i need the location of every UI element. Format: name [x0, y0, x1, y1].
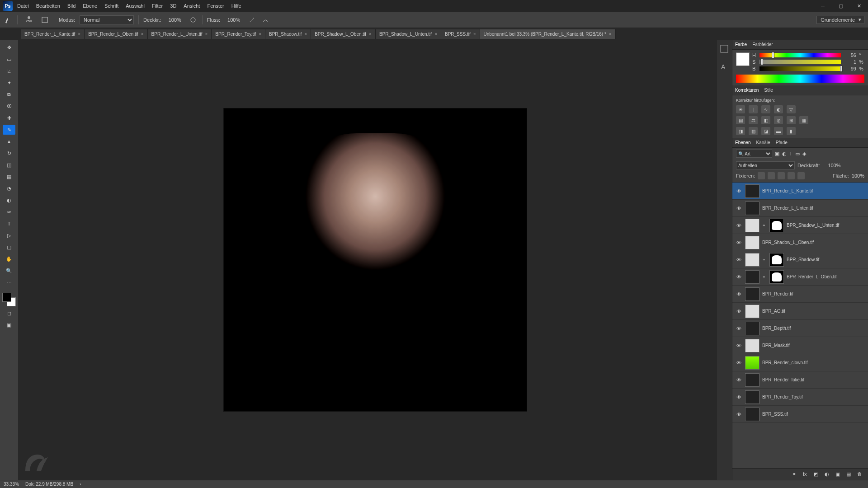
screenmode-toggle[interactable]: ▣ — [3, 320, 15, 330]
layer-row[interactable]: 👁BPR_Render_L_Unten.tif — [732, 200, 868, 217]
menu-file[interactable]: Datei — [17, 3, 29, 9]
tab-paths[interactable]: Pfade — [776, 140, 788, 145]
filter-adjust-icon[interactable]: ◐ — [782, 151, 787, 157]
healing-brush-tool[interactable]: ✚ — [3, 113, 15, 123]
hue-value[interactable]: 56 — [844, 52, 856, 58]
document-tab[interactable]: BPR_Render_L_Unten.tif× — [148, 29, 212, 39]
adj-hue-icon[interactable]: ▤ — [736, 116, 745, 124]
menu-image[interactable]: Bild — [67, 3, 75, 9]
adj-lookup-icon[interactable]: ▦ — [799, 116, 808, 124]
lock-pixels-icon[interactable] — [768, 172, 775, 179]
foreground-preview[interactable] — [736, 52, 750, 66]
document-tab[interactable]: BPR_Render_Toy.tif× — [212, 29, 265, 39]
spectrum-ramp[interactable] — [736, 75, 864, 83]
blend-mode-layer-select[interactable]: Aufhellen — [736, 161, 795, 169]
tab-close-icon[interactable]: × — [259, 32, 261, 37]
layer-thumbnail[interactable] — [745, 322, 760, 335]
menu-type[interactable]: Schrift — [104, 3, 118, 9]
document-tab[interactable]: BPR_Shadow.tif× — [265, 29, 311, 39]
layer-mask-thumbnail[interactable] — [769, 270, 784, 284]
sat-slider[interactable] — [760, 60, 841, 64]
color-swatch[interactable] — [2, 293, 16, 306]
lock-nesting-icon[interactable] — [788, 172, 795, 179]
link-layers-icon[interactable]: ⚭ — [792, 471, 798, 478]
adj-gradient-map-icon[interactable]: ▬ — [774, 127, 783, 135]
adj-balance-icon[interactable]: ⚖ — [749, 116, 758, 124]
tab-close-icon[interactable]: × — [369, 32, 372, 37]
layer-name[interactable]: BPR_Render_Toy.tif — [762, 394, 803, 399]
mask-link-icon[interactable]: ⚭ — [762, 275, 767, 279]
brush-tool[interactable]: ✎ — [3, 125, 15, 135]
visibility-toggle-icon[interactable]: 👁 — [735, 240, 742, 245]
layer-thumbnail[interactable] — [745, 373, 760, 387]
tab-close-icon[interactable]: × — [304, 32, 307, 37]
menu-help[interactable]: Hilfe — [231, 3, 241, 9]
document-tab[interactable]: Unbenannt1 bei 33.3% (BPR_Render_L_Kante… — [480, 29, 616, 39]
layer-row[interactable]: 👁BPR_Depth.tif — [732, 320, 868, 337]
magic-wand-tool[interactable]: ✦ — [3, 78, 15, 88]
path-select-tool[interactable]: ▷ — [3, 230, 15, 240]
eyedropper-tool[interactable]: ⦿ — [3, 101, 15, 111]
menu-filter[interactable]: Filter — [152, 3, 163, 9]
tab-layers[interactable]: Ebenen — [735, 140, 750, 145]
fx-icon[interactable]: fx — [803, 471, 809, 478]
layer-name[interactable]: BPR_Render_L_Kante.tif — [762, 188, 813, 193]
layer-row[interactable]: 👁BPR_Render_clown.tif — [732, 354, 868, 371]
layer-row[interactable]: 👁BPR_Mask.tif — [732, 337, 868, 354]
layer-name[interactable]: BPR_Render_L_Oben.tif — [787, 274, 837, 279]
visibility-toggle-icon[interactable]: 👁 — [735, 274, 742, 280]
layer-thumbnail[interactable] — [745, 219, 760, 232]
lock-all-icon[interactable] — [797, 172, 805, 179]
filter-smart-icon[interactable]: ◈ — [802, 151, 806, 157]
visibility-toggle-icon[interactable]: 👁 — [735, 291, 742, 297]
visibility-toggle-icon[interactable]: 👁 — [735, 206, 742, 211]
tab-close-icon[interactable]: × — [473, 32, 476, 37]
crop-tool[interactable]: ⧉ — [3, 89, 15, 99]
new-layer-icon[interactable]: ▤ — [846, 471, 853, 478]
adj-posterize-icon[interactable]: ▥ — [749, 127, 758, 135]
menu-window[interactable]: Fenster — [207, 3, 224, 9]
sat-value[interactable]: 1 — [844, 59, 856, 65]
visibility-toggle-icon[interactable]: 👁 — [735, 377, 742, 383]
brush-panel-toggle[interactable] — [40, 15, 49, 24]
menu-3d[interactable]: 3D — [170, 3, 176, 9]
history-panel-icon[interactable] — [720, 44, 730, 54]
adj-threshold-icon[interactable]: ◪ — [761, 127, 770, 135]
layer-thumbnail[interactable] — [745, 305, 760, 318]
layer-row[interactable]: 👁BPR_Render.tif — [732, 286, 868, 303]
layer-mask-thumbnail[interactable] — [769, 219, 784, 232]
layer-row[interactable]: 👁BPR_Render_folie.tif — [732, 371, 868, 389]
brush-preset-picker[interactable]: 250 — [22, 13, 36, 27]
document-tab[interactable]: BPR_SSS.tif× — [441, 29, 480, 39]
lock-position-icon[interactable] — [778, 172, 785, 179]
layer-thumbnail[interactable] — [745, 287, 760, 301]
layer-mask-thumbnail[interactable] — [769, 253, 784, 267]
adj-invert-icon[interactable]: ◨ — [736, 127, 745, 135]
layer-name[interactable]: BPR_Depth.tif — [762, 326, 791, 331]
layer-thumbnail[interactable] — [745, 408, 760, 421]
type-tool[interactable]: T — [3, 219, 15, 229]
layer-name[interactable]: BPR_SSS.tif — [762, 412, 788, 417]
tab-channels[interactable]: Kanäle — [756, 140, 770, 145]
visibility-toggle-icon[interactable]: 👁 — [735, 343, 742, 348]
tab-adjustments[interactable]: Korrekturen — [735, 88, 759, 93]
layer-thumbnail[interactable] — [745, 236, 760, 249]
visibility-toggle-icon[interactable]: 👁 — [735, 360, 742, 366]
layer-thumbnail[interactable] — [745, 202, 760, 215]
adj-channel-mixer-icon[interactable]: ⊞ — [787, 116, 796, 124]
layer-row[interactable]: 👁⚭BPR_Shadow_L_Unten.tif — [732, 217, 868, 234]
blur-tool[interactable]: ◔ — [3, 183, 15, 193]
opacity-value[interactable]: 100% — [166, 17, 184, 23]
menu-select[interactable]: Auswahl — [126, 3, 145, 9]
layer-thumbnail[interactable] — [745, 356, 760, 370]
visibility-toggle-icon[interactable]: 👁 — [735, 309, 742, 314]
bri-slider[interactable] — [760, 66, 841, 71]
mask-link-icon[interactable]: ⚭ — [762, 223, 767, 228]
adj-exposure-icon[interactable]: ◐ — [774, 105, 783, 113]
close-button[interactable]: ✕ — [850, 0, 868, 12]
tab-close-icon[interactable]: × — [609, 32, 612, 37]
marquee-tool[interactable]: ▭ — [3, 54, 15, 64]
tab-close-icon[interactable]: × — [205, 32, 208, 37]
visibility-toggle-icon[interactable]: 👁 — [735, 223, 742, 228]
dodge-tool[interactable]: ◐ — [3, 195, 15, 205]
